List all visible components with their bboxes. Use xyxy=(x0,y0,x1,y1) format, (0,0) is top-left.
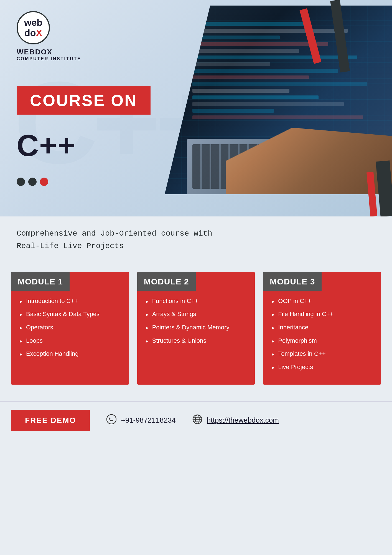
course-on-banner: COURSE ON xyxy=(17,86,151,115)
free-demo-button[interactable]: FREE DEMO xyxy=(11,410,90,431)
brand-name: WEBDOX xyxy=(17,48,52,56)
logo-area: web doX WEBDOX COMPUTER INSTITUTE xyxy=(17,11,81,61)
list-item: Operators xyxy=(19,323,122,332)
module-1-header-text: MODULE 1 xyxy=(18,277,63,286)
code-line xyxy=(192,29,348,33)
module-2-items: Functions in C++ Arrays & Strings Pointe… xyxy=(137,291,255,358)
module-card-1: MODULE 1 Introduction to C++ Basic Synta… xyxy=(11,272,129,385)
code-line xyxy=(192,109,274,113)
logo-x: X xyxy=(36,27,42,38)
code-line xyxy=(192,62,270,66)
list-item: Inheritance xyxy=(271,323,374,332)
module-3-header-text: MODULE 3 xyxy=(270,277,315,286)
list-item: Polymorphism xyxy=(271,337,374,345)
brand-subtitle: COMPUTER INSTITUTE xyxy=(17,56,81,61)
course-on-text: COURSE ON xyxy=(30,91,137,109)
website-url[interactable]: https://thewebdox.com xyxy=(207,416,279,425)
logo-text-inner: web doX xyxy=(24,17,42,38)
module-1-header: MODULE 1 xyxy=(11,272,70,291)
list-item: Structures & Unions xyxy=(146,337,248,345)
hero-section: web doX WEBDOX COMPUTER INSTITUTE COURSE… xyxy=(0,0,392,216)
dots-row xyxy=(17,178,48,186)
phone-contact: +91-9872118234 xyxy=(106,414,175,427)
globe-icon xyxy=(192,414,202,427)
dot-2 xyxy=(28,178,37,186)
footer-section: FREE DEMO +91-9872118234 xyxy=(0,401,392,439)
dot-3 xyxy=(40,178,48,186)
module-3-header: MODULE 3 xyxy=(263,272,322,291)
description-section: Comprehensive and Job-Oriented course wi… xyxy=(0,216,392,266)
code-line xyxy=(192,115,363,119)
module-1-items: Introduction to C++ Basic Syntax & Data … xyxy=(11,291,129,371)
logo-dox: doX xyxy=(24,28,42,38)
code-line xyxy=(192,69,338,73)
code-line xyxy=(192,82,367,86)
deco-dark-rect2 xyxy=(376,160,392,216)
code-line xyxy=(192,49,299,53)
code-line xyxy=(192,75,309,79)
list-item: OOP in C++ xyxy=(271,297,374,305)
list-item: File Handling in C++ xyxy=(271,310,374,318)
module-2-header-text: MODULE 2 xyxy=(144,277,189,286)
website-contact: https://thewebdox.com xyxy=(192,414,279,427)
page-wrapper: web doX WEBDOX COMPUTER INSTITUTE COURSE… xyxy=(0,0,392,555)
code-line xyxy=(192,22,309,26)
phone-icon xyxy=(106,414,116,427)
module-3-items: OOP in C++ File Handling in C++ Inherita… xyxy=(263,291,381,385)
list-item: Loops xyxy=(19,337,122,345)
list-item: Live Projects xyxy=(271,363,374,371)
code-line xyxy=(192,36,280,39)
svg-point-0 xyxy=(107,415,116,424)
list-item: Introduction to C++ xyxy=(19,297,122,305)
list-item: Arrays & Strings xyxy=(146,310,248,318)
module-card-3: MODULE 3 OOP in C++ File Handling in C++… xyxy=(263,272,381,385)
course-title: C++ xyxy=(17,128,76,163)
list-item: Functions in C++ xyxy=(146,297,248,305)
list-item: Pointers & Dynamic Memory xyxy=(146,323,248,332)
description-text: Comprehensive and Job-Oriented course wi… xyxy=(17,228,227,253)
module-card-2: MODULE 2 Functions in C++ Arrays & Strin… xyxy=(137,272,255,385)
code-lines xyxy=(192,22,386,139)
free-demo-label: FREE DEMO xyxy=(25,416,76,425)
logo-web: web xyxy=(24,17,42,28)
list-item: Basic Syntax & Data Types xyxy=(19,310,122,318)
list-item: Exception Handling xyxy=(19,350,122,358)
logo-circle: web doX xyxy=(17,11,50,44)
code-line xyxy=(192,42,328,46)
list-item: Templates in C++ xyxy=(271,350,374,358)
phone-number: +91-9872118234 xyxy=(121,416,175,425)
laptop-image xyxy=(165,6,392,194)
code-line xyxy=(192,89,289,93)
module-2-header: MODULE 2 xyxy=(137,272,196,291)
code-line xyxy=(192,95,319,99)
modules-section: MODULE 1 Introduction to C++ Basic Synta… xyxy=(0,266,392,401)
code-line xyxy=(192,102,344,106)
code-line xyxy=(192,56,357,59)
dot-1 xyxy=(17,178,25,186)
